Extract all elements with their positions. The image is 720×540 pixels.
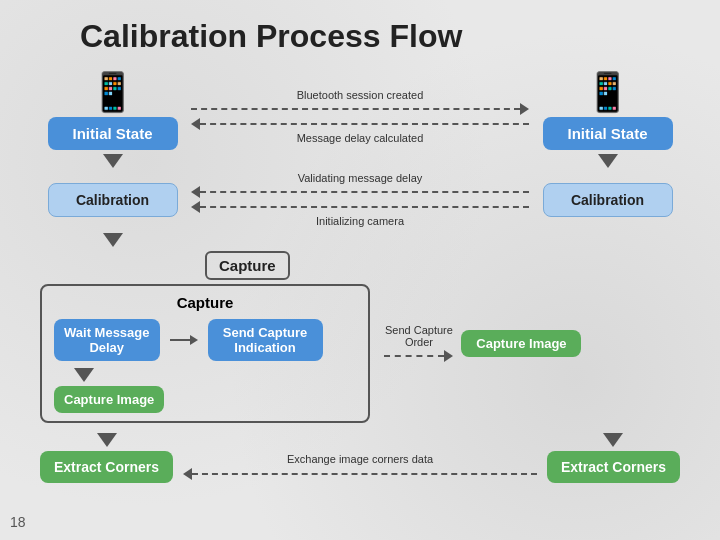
page-number: 18 [10,514,26,530]
left-extract-corners-box: Extract Corners [40,451,173,483]
wait-message-delay-box: Wait Message Delay [54,319,160,361]
left-down-arrow-1 [103,154,123,168]
left-calibration-box: Calibration [48,183,178,217]
send-capture-order-arrow: Send Capture Order [384,324,453,362]
capture-label-inner: Capture [54,294,356,311]
right-extract-corners-box: Extract Corners [547,451,680,483]
left-down-arrow-extract [97,433,117,447]
bluetooth-arrows: Bluetooth session created Message delay … [191,89,529,150]
left-phone-icon: 📱 [89,70,136,114]
left-down-arrow-2 [103,233,123,247]
right-calibration-box: Calibration [543,183,673,217]
page-title: Calibration Process Flow [0,0,720,65]
left-inner-arrow [170,335,198,345]
right-down-arrow-1 [598,154,618,168]
left-initial-state-box: Initial State [48,117,178,150]
validating-arrows: Validating message delay Initializing ca… [191,172,529,227]
exchange-corners-arrow: Exchange image corners data [183,453,537,480]
right-initial-state-box: Initial State [543,117,673,150]
right-phone-icon: 📱 [584,70,631,114]
capture-box: Capture [205,251,290,280]
send-capture-indication-box: Send Capture Indication [208,319,323,361]
down-arrow-capture-image [74,368,94,382]
right-down-arrow-extract [603,433,623,447]
right-capture-image-box: Capture Image [461,330,581,357]
left-capture-image-box: Capture Image [54,386,164,413]
